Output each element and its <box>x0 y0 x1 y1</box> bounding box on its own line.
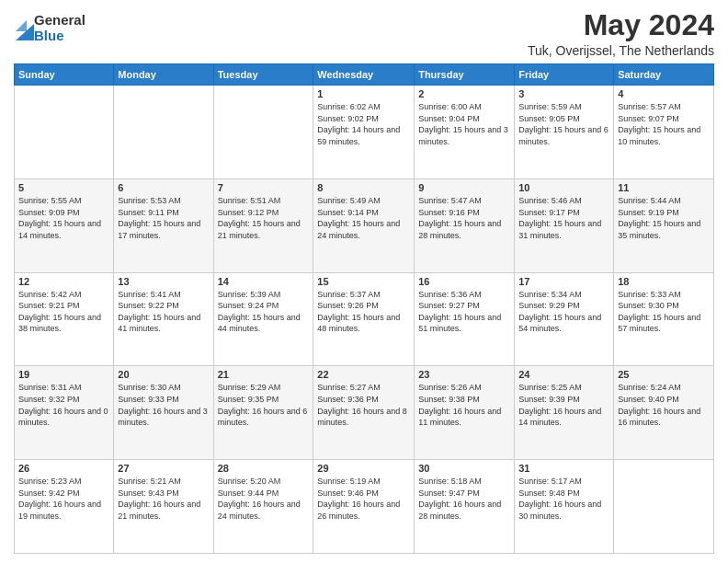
col-wednesday: Wednesday <box>313 64 415 86</box>
table-row: 28Sunrise: 5:20 AMSunset: 9:44 PMDayligh… <box>213 460 313 554</box>
day-number: 10 <box>518 182 609 193</box>
day-number: 12 <box>18 276 109 287</box>
day-info: Sunrise: 5:37 AMSunset: 9:26 PMDaylight:… <box>317 289 410 335</box>
calendar-week-row: 5Sunrise: 5:55 AMSunset: 9:09 PMDaylight… <box>15 178 714 272</box>
page: General Blue May 2024 Tuk, Overijssel, T… <box>0 0 728 563</box>
table-row <box>15 86 114 179</box>
day-info: Sunrise: 5:36 AMSunset: 9:27 PMDaylight:… <box>418 289 510 335</box>
day-number: 6 <box>118 182 209 193</box>
day-number: 14 <box>218 276 310 287</box>
day-info: Sunrise: 5:34 AMSunset: 9:29 PMDaylight:… <box>518 289 609 335</box>
table-row: 4Sunrise: 5:57 AMSunset: 9:07 PMDaylight… <box>614 86 714 179</box>
table-row: 30Sunrise: 5:18 AMSunset: 9:47 PMDayligh… <box>415 460 515 554</box>
table-row: 18Sunrise: 5:33 AMSunset: 9:30 PMDayligh… <box>614 272 714 366</box>
table-row: 19Sunrise: 5:31 AMSunset: 9:32 PMDayligh… <box>15 366 114 460</box>
day-number: 7 <box>218 182 310 193</box>
table-row: 7Sunrise: 5:51 AMSunset: 9:12 PMDaylight… <box>213 178 313 272</box>
calendar-week-row: 12Sunrise: 5:42 AMSunset: 9:21 PMDayligh… <box>15 272 714 366</box>
logo-icon <box>16 15 34 40</box>
table-row: 5Sunrise: 5:55 AMSunset: 9:09 PMDaylight… <box>15 178 114 272</box>
calendar-week-row: 19Sunrise: 5:31 AMSunset: 9:32 PMDayligh… <box>15 366 714 460</box>
calendar: Sunday Monday Tuesday Wednesday Thursday… <box>14 63 714 554</box>
table-row: 14Sunrise: 5:39 AMSunset: 9:24 PMDayligh… <box>213 272 313 366</box>
table-row: 12Sunrise: 5:42 AMSunset: 9:21 PMDayligh… <box>15 272 114 366</box>
table-row: 6Sunrise: 5:53 AMSunset: 9:11 PMDaylight… <box>114 178 213 272</box>
day-number: 13 <box>118 276 209 287</box>
day-info: Sunrise: 5:25 AMSunset: 9:39 PMDaylight:… <box>518 382 609 428</box>
col-monday: Monday <box>114 64 213 86</box>
table-row: 10Sunrise: 5:46 AMSunset: 9:17 PMDayligh… <box>515 178 614 272</box>
table-row: 29Sunrise: 5:19 AMSunset: 9:46 PMDayligh… <box>313 460 415 554</box>
calendar-week-row: 26Sunrise: 5:23 AMSunset: 9:42 PMDayligh… <box>15 460 714 554</box>
table-row: 13Sunrise: 5:41 AMSunset: 9:22 PMDayligh… <box>114 272 213 366</box>
day-info: Sunrise: 5:47 AMSunset: 9:16 PMDaylight:… <box>418 195 510 241</box>
col-sunday: Sunday <box>15 64 114 86</box>
table-row: 3Sunrise: 5:59 AMSunset: 9:05 PMDaylight… <box>515 86 614 179</box>
day-info: Sunrise: 5:49 AMSunset: 9:14 PMDaylight:… <box>317 195 410 241</box>
day-number: 20 <box>118 369 209 380</box>
day-number: 27 <box>118 463 209 474</box>
table-row: 15Sunrise: 5:37 AMSunset: 9:26 PMDayligh… <box>313 272 415 366</box>
col-tuesday: Tuesday <box>213 64 313 86</box>
calendar-header-row: Sunday Monday Tuesday Wednesday Thursday… <box>15 64 714 86</box>
table-row: 9Sunrise: 5:47 AMSunset: 9:16 PMDaylight… <box>415 178 515 272</box>
day-info: Sunrise: 5:51 AMSunset: 9:12 PMDaylight:… <box>218 195 310 241</box>
day-info: Sunrise: 5:26 AMSunset: 9:38 PMDaylight:… <box>418 382 510 428</box>
logo: General Blue <box>14 13 85 43</box>
col-thursday: Thursday <box>415 64 515 86</box>
day-number: 23 <box>418 369 510 380</box>
day-info: Sunrise: 5:17 AMSunset: 9:48 PMDaylight:… <box>518 476 609 522</box>
day-number: 16 <box>418 276 510 287</box>
day-info: Sunrise: 5:55 AMSunset: 9:09 PMDaylight:… <box>18 195 109 241</box>
day-info: Sunrise: 5:57 AMSunset: 9:07 PMDaylight:… <box>618 101 710 147</box>
day-info: Sunrise: 5:42 AMSunset: 9:21 PMDaylight:… <box>18 289 109 335</box>
col-saturday: Saturday <box>614 64 714 86</box>
day-number: 8 <box>317 182 410 193</box>
day-number: 5 <box>18 182 109 193</box>
main-title: May 2024 <box>528 9 714 41</box>
table-row: 23Sunrise: 5:26 AMSunset: 9:38 PMDayligh… <box>415 366 515 460</box>
svg-marker-1 <box>16 20 27 31</box>
day-info: Sunrise: 5:30 AMSunset: 9:33 PMDaylight:… <box>118 382 209 428</box>
day-number: 22 <box>317 369 410 380</box>
day-number: 3 <box>518 88 609 99</box>
day-number: 2 <box>418 88 510 99</box>
day-number: 21 <box>218 369 310 380</box>
table-row <box>114 86 213 179</box>
table-row: 25Sunrise: 5:24 AMSunset: 9:40 PMDayligh… <box>614 366 714 460</box>
table-row: 1Sunrise: 6:02 AMSunset: 9:02 PMDaylight… <box>313 86 415 179</box>
day-number: 15 <box>317 276 410 287</box>
header: General Blue May 2024 Tuk, Overijssel, T… <box>14 9 714 58</box>
logo-blue: Blue <box>34 29 85 44</box>
day-number: 25 <box>618 369 710 380</box>
table-row <box>614 460 714 554</box>
col-friday: Friday <box>515 64 614 86</box>
table-row: 24Sunrise: 5:25 AMSunset: 9:39 PMDayligh… <box>515 366 614 460</box>
day-info: Sunrise: 6:02 AMSunset: 9:02 PMDaylight:… <box>317 101 410 147</box>
calendar-week-row: 1Sunrise: 6:02 AMSunset: 9:02 PMDaylight… <box>15 86 714 179</box>
title-block: May 2024 Tuk, Overijssel, The Netherland… <box>528 9 714 58</box>
day-number: 31 <box>518 463 609 474</box>
day-info: Sunrise: 5:24 AMSunset: 9:40 PMDaylight:… <box>618 382 710 428</box>
day-info: Sunrise: 5:27 AMSunset: 9:36 PMDaylight:… <box>317 382 410 428</box>
day-number: 30 <box>418 463 510 474</box>
day-number: 11 <box>618 182 710 193</box>
day-info: Sunrise: 5:59 AMSunset: 9:05 PMDaylight:… <box>518 101 609 147</box>
day-number: 4 <box>618 88 710 99</box>
day-info: Sunrise: 5:23 AMSunset: 9:42 PMDaylight:… <box>18 476 109 522</box>
day-info: Sunrise: 5:33 AMSunset: 9:30 PMDaylight:… <box>618 289 710 335</box>
day-number: 1 <box>317 88 410 99</box>
table-row: 2Sunrise: 6:00 AMSunset: 9:04 PMDaylight… <box>415 86 515 179</box>
table-row: 11Sunrise: 5:44 AMSunset: 9:19 PMDayligh… <box>614 178 714 272</box>
day-number: 29 <box>317 463 410 474</box>
day-number: 28 <box>218 463 310 474</box>
table-row: 27Sunrise: 5:21 AMSunset: 9:43 PMDayligh… <box>114 460 213 554</box>
day-number: 19 <box>18 369 109 380</box>
table-row: 31Sunrise: 5:17 AMSunset: 9:48 PMDayligh… <box>515 460 614 554</box>
table-row: 8Sunrise: 5:49 AMSunset: 9:14 PMDaylight… <box>313 178 415 272</box>
logo-text: General Blue <box>34 13 85 43</box>
table-row <box>213 86 313 179</box>
day-number: 26 <box>18 463 109 474</box>
day-info: Sunrise: 5:31 AMSunset: 9:32 PMDaylight:… <box>18 382 109 428</box>
day-info: Sunrise: 5:39 AMSunset: 9:24 PMDaylight:… <box>218 289 310 335</box>
